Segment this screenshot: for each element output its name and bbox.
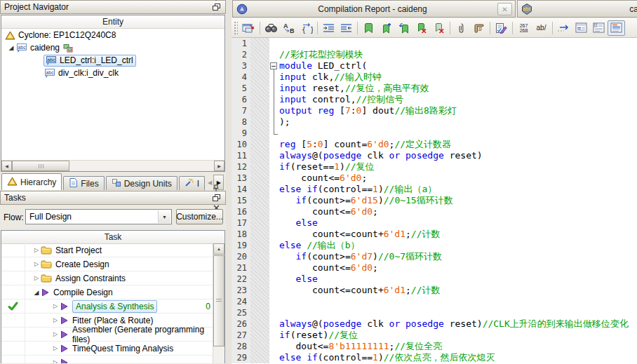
pin-button[interactable] (210, 183, 222, 193)
expand-collapse-icon[interactable]: ◢ (32, 289, 41, 296)
bookmark-next-icon[interactable] (377, 20, 395, 36)
tab-hierarchy[interactable]: Hierarchy (1, 173, 62, 190)
code-line[interactable]: 20 if(count>=6'd7)//0~7循环计数 (232, 251, 637, 262)
code-text[interactable] (279, 307, 637, 318)
code-text[interactable]: if(reset==1)//复位 (279, 161, 637, 173)
bookmark-clear-all-icon[interactable] (430, 20, 448, 36)
code-line[interactable]: 15 if(count>=6'd15)//0~15循环计数 (232, 195, 637, 206)
code-text[interactable]: output reg [7:0] dout//输出8路彩灯 (279, 105, 637, 116)
code-text[interactable]: if(count>=6'd15)//0~15循环计数 (279, 195, 637, 206)
project-navigator-titlebar[interactable]: Project Navigator (0, 0, 226, 14)
toolbar-drag-handle[interactable] (234, 21, 238, 35)
expand-collapse-icon[interactable]: ▷ (51, 345, 60, 351)
task-row[interactable]: ▷Assembler (Generate programming files) (1, 328, 213, 342)
word-misspell-icon[interactable]: ab/ (532, 20, 550, 36)
unindent-icon[interactable] (337, 20, 355, 36)
line-count-icon[interactable]: 267268 (515, 20, 532, 36)
customize-button[interactable]: Customize... (176, 209, 223, 224)
scroll-left-button[interactable]: ◀ (1, 161, 12, 171)
expand-collapse-icon[interactable]: ▷ (51, 359, 60, 363)
fold-toggle-icon[interactable] (270, 62, 277, 69)
template-icon[interactable] (470, 20, 488, 36)
goto-icon[interactable] (555, 20, 572, 36)
close-icon[interactable]: ✕ (497, 3, 512, 15)
tree-item[interactable]: Cyclone: EP1C12Q240C8 (1, 29, 224, 41)
code-line[interactable]: 19else //输出（b） (232, 240, 637, 251)
replace-icon[interactable]: AB (280, 20, 297, 36)
doc-view-split-icon[interactable] (608, 20, 625, 36)
code-line[interactable]: 4input clk,//输入时钟 (232, 72, 637, 83)
code-text[interactable]: module LED_ctrl( (279, 60, 637, 72)
doc-view-outline-icon[interactable] (590, 20, 608, 36)
expand-collapse-icon[interactable]: ▷ (32, 247, 41, 253)
code-line[interactable]: 25 (232, 307, 637, 318)
code-text[interactable]: else (279, 217, 637, 229)
scroll-up-button[interactable]: ▲ (213, 243, 224, 255)
compilation-report-window-titlebar[interactable]: Compilation Report - caideng ✕ (232, 0, 516, 18)
code-line[interactable]: 3module LED_ctrl( (232, 60, 637, 72)
code-line[interactable]: 2//彩灯花型控制模块 (232, 49, 637, 60)
code-editor[interactable]: 12//彩灯花型控制模块3module LED_ctrl(4input clk,… (232, 38, 637, 364)
expand-collapse-icon[interactable]: ▷ (51, 317, 60, 323)
code-text[interactable]: //彩灯花型控制模块 (279, 49, 637, 60)
code-text[interactable]: dout<=8'b11111111;//复位全亮 (279, 341, 637, 352)
bookmark-prev-icon[interactable] (395, 20, 413, 36)
code-line[interactable]: 28 dout<=8'b11111111;//复位全亮 (232, 341, 637, 352)
code-line[interactable]: 6input control,//控制信号 (232, 94, 637, 105)
spell-check-icon[interactable] (492, 20, 510, 36)
expand-collapse-icon[interactable]: ▷ (51, 331, 60, 337)
bookmark-toggle-icon[interactable] (360, 20, 377, 36)
code-line[interactable]: 9 (232, 128, 637, 139)
code-text[interactable]: reg [5:0] count=6'd0;//定义计数器 (279, 139, 637, 150)
code-text[interactable]: if(count>=6'd7)//0~7循环计数 (279, 251, 637, 262)
find-icon[interactable] (262, 20, 280, 36)
code-text[interactable]: else //输出（b） (279, 240, 637, 251)
code-line[interactable]: 8); (232, 116, 637, 128)
source-file-window-titlebar[interactable]: abc caideng.v (517, 0, 637, 18)
code-text[interactable]: always@(posedge clk or posedge reset)//C… (279, 318, 637, 330)
task-row[interactable]: ▷TimeQuest Timing Analysis (1, 342, 213, 356)
code-text[interactable]: input clk,//输入时钟 (279, 72, 637, 83)
code-text[interactable] (279, 38, 637, 49)
expand-collapse-icon[interactable]: ▷ (51, 303, 60, 309)
code-text[interactable]: always@(posedge clk or posedge reset) (279, 150, 637, 161)
code-text[interactable]: if(reset)//复位 (279, 330, 637, 341)
match-brace-icon[interactable]: { } (297, 20, 315, 36)
code-line[interactable]: 10reg [5:0] count=6'd0;//定义计数器 (232, 139, 637, 150)
code-line[interactable]: 7output reg [7:0] dout//输出8路彩灯 (232, 105, 637, 116)
code-text[interactable] (279, 296, 637, 307)
task-row[interactable]: ▷ (1, 356, 213, 363)
tab-design-units[interactable]: Design Units (106, 176, 177, 190)
task-row[interactable]: ▷Analysis & Synthesis0 (1, 299, 213, 314)
code-line[interactable]: 17 else (232, 217, 637, 229)
expand-collapse-icon[interactable]: ▷ (32, 275, 41, 281)
code-text[interactable]: else (279, 274, 637, 285)
task-row[interactable]: ▷Assign Constraints (1, 271, 213, 285)
tree-item[interactable]: ◢abccaideng (1, 41, 224, 54)
code-text[interactable]: count<=6'd0; (279, 206, 637, 217)
chevron-down-icon[interactable]: ▼ (158, 210, 170, 223)
code-line[interactable]: 12if(reset==1)//复位 (232, 161, 637, 173)
code-line[interactable]: 23 count<=count+6'd1;//计数 (232, 285, 637, 296)
code-line[interactable]: 11always@(posedge clk or posedge reset) (232, 150, 637, 161)
doc-view-icon[interactable] (572, 20, 590, 36)
code-text[interactable]: ); (279, 116, 637, 128)
code-text[interactable]: count<=count+6'd1;//计数 (279, 229, 637, 240)
code-text[interactable]: input reset,//复位，高电平有效 (279, 83, 637, 94)
tree-item[interactable]: abcdiv_clk:i_div_clk (1, 67, 224, 79)
code-line[interactable]: 24 (232, 296, 637, 307)
code-line[interactable]: 14else if(control==1)//输出（a） (232, 184, 637, 195)
code-line[interactable]: 13 count<=6'd0; (232, 173, 637, 184)
code-text[interactable]: count<=count+6'd1;//计数 (279, 285, 637, 296)
code-line[interactable]: 18 count<=count+6'd1;//计数 (232, 229, 637, 240)
flow-select[interactable]: Full Design ▼ (25, 209, 172, 224)
open-report-icon[interactable] (240, 20, 257, 36)
float-button[interactable] (210, 193, 222, 203)
scrollbar-thumb[interactable] (213, 255, 224, 346)
code-text[interactable]: count<=6'd0; (279, 173, 637, 184)
scroll-right-button[interactable]: ▶ (214, 161, 224, 171)
scrollbar-thumb[interactable] (12, 161, 69, 171)
code-line[interactable]: 5input reset,//复位，高电平有效 (232, 83, 637, 94)
tab-i[interactable]: I (179, 176, 205, 190)
expand-collapse-icon[interactable]: ▷ (32, 261, 41, 267)
